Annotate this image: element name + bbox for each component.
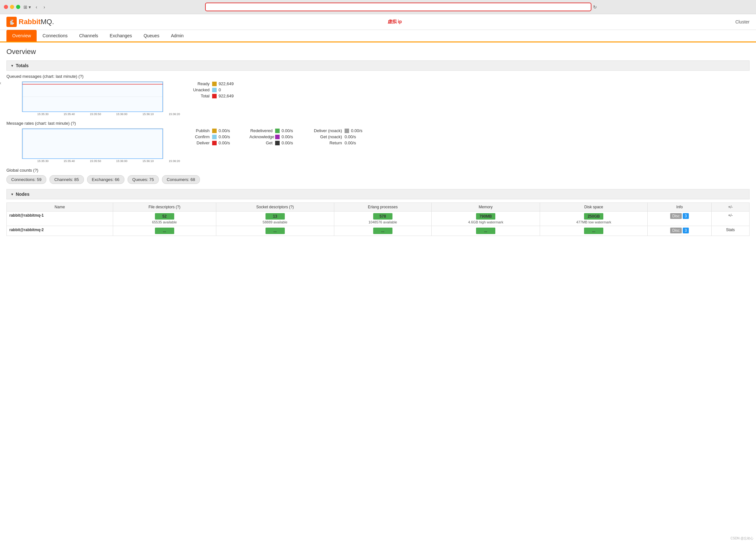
- node-file-desc-2: ...: [113, 226, 216, 236]
- rate-get-noack: Get (noack) 0.00/s: [312, 134, 370, 139]
- svg-rect-2: [23, 129, 163, 159]
- nav-item-channels[interactable]: Channels: [73, 30, 104, 41]
- total-color: [212, 94, 217, 98]
- count-connections[interactable]: Connections: 59: [6, 175, 46, 184]
- nav-bar: Overview Connections Channels Exchanges …: [0, 30, 756, 42]
- erlang-bar-2: ...: [373, 228, 392, 234]
- num-badge-1: 3: [683, 213, 689, 219]
- col-info: Info: [648, 203, 711, 212]
- rate-get: Get 0.00/s: [249, 140, 307, 145]
- nav-item-queues[interactable]: Queues: [138, 30, 165, 41]
- stat-total-label: Total: [186, 94, 212, 98]
- count-exchanges[interactable]: Exchanges: 66: [87, 175, 124, 184]
- x-label-5: 15:36:10: [142, 113, 154, 116]
- minimize-icon[interactable]: [10, 5, 14, 9]
- totals-section-header[interactable]: ▼ Totals: [6, 60, 750, 71]
- socket-desc-bar-1: 13: [265, 213, 285, 220]
- reload-button[interactable]: ↻: [593, 3, 597, 11]
- rate-get-value: 0.00/s: [282, 140, 293, 145]
- queued-messages-section: Queued messages (chart: last minute) (?)…: [6, 74, 750, 116]
- node-disk-1: 250GB 477MB low watermark: [540, 212, 647, 226]
- nav-item-admin[interactable]: Admin: [165, 30, 190, 41]
- rate-acknowledge-value: 0.00/s: [282, 134, 293, 139]
- message-rates-section: Message rates (chart: last minute) (?) 1…: [6, 121, 750, 163]
- x-label-4: 15:36:00: [116, 113, 127, 116]
- rate-return-value: 0.00/s: [345, 140, 356, 145]
- nav-item-exchanges[interactable]: Exchanges: [104, 30, 138, 41]
- nodes-section-header[interactable]: ▼ Nodes: [6, 189, 750, 199]
- node-memory-2: ...: [431, 226, 540, 236]
- totals-arrow-icon: ▼: [11, 64, 14, 68]
- back-button[interactable]: ‹: [34, 4, 39, 10]
- rates-col-3: Deliver (noack) 0.00/s Get (noack) 0.00/…: [312, 128, 370, 145]
- count-queues[interactable]: Queues: 75: [128, 175, 159, 184]
- node-pm-1[interactable]: +/-: [711, 212, 749, 226]
- rate-get-label: Get: [249, 140, 275, 145]
- rate-publish-label: Publish: [186, 128, 212, 133]
- queued-chart-wrapper: 1000k 500k 0k 15:35:30 1: [6, 81, 180, 116]
- node-name-1[interactable]: rabbit@rabbitmq-1: [7, 212, 113, 226]
- stat-total-value: 922,649: [219, 94, 234, 98]
- rate-deliver: Deliver 0.00/s: [186, 140, 244, 145]
- rate-redelivered-value: 0.00/s: [282, 128, 293, 133]
- x-label-3: 15:35:50: [90, 113, 101, 116]
- global-counts-section: Global counts (?) Connections: 59 Channe…: [6, 168, 750, 184]
- rate-redelivered-label: Redelivered: [249, 128, 275, 133]
- rates-section-wrapper: 1.0/s 0.0/s 15:35:30 15:35:40 15:35:50 1…: [6, 128, 750, 163]
- nodes-section-label: Nodes: [16, 192, 30, 197]
- col-memory: Memory: [431, 203, 540, 212]
- global-counts-title: Global counts (?): [6, 168, 750, 173]
- rate-publish-value: 0.00/s: [219, 128, 230, 133]
- memory-bar-1: 790MB: [476, 213, 495, 220]
- stat-unacked-value: 0: [219, 87, 221, 92]
- y-label-0k: 0k: [0, 112, 1, 115]
- nav-item-connections[interactable]: Connections: [37, 30, 73, 41]
- rx-label-4: 15:36:00: [116, 159, 127, 163]
- counts-row: Connections: 59 Channels: 85 Exchanges: …: [6, 175, 750, 184]
- rx-label-3: 15:35:50: [90, 159, 101, 163]
- file-desc-bar-2: ...: [155, 228, 174, 234]
- rate-redelivered: Redelivered 0.00/s: [249, 128, 307, 133]
- address-bar[interactable]: 172.22.40.1:35672/#/: [205, 3, 591, 11]
- app-header: 🐇 RabbitMQ. 虚拟 ip Cluster: [0, 14, 756, 30]
- rate-publish: Publish 0.00/s: [186, 128, 244, 133]
- count-channels[interactable]: Channels: 85: [49, 175, 84, 184]
- col-plusminus: +/-: [711, 203, 749, 212]
- table-row: rabbit@rabbitmq-1 52 65535 available 13 …: [7, 212, 750, 226]
- get-color: [275, 141, 280, 145]
- rate-confirm: Confirm 0.00/s: [186, 134, 244, 139]
- nav-item-overview[interactable]: Overview: [6, 30, 37, 41]
- node-info-1: Disc 3: [648, 212, 711, 226]
- cluster-label: Cluster: [735, 19, 750, 24]
- memory-detail-1: 4.6GB high watermark: [434, 220, 537, 224]
- rate-return-label: Return: [312, 140, 345, 145]
- sidebar-toggle-button[interactable]: ⊞ ▾: [23, 5, 31, 10]
- logo-highlight: Rabbit: [19, 18, 41, 26]
- node-name-2[interactable]: rabbit@rabbitmq-2: [7, 226, 113, 236]
- node-pm-2[interactable]: Stats: [711, 226, 749, 236]
- rate-confirm-label: Confirm: [186, 134, 212, 139]
- publish-color: [212, 129, 217, 133]
- maximize-icon[interactable]: [16, 5, 20, 9]
- stat-ready-value: 922,649: [219, 81, 234, 86]
- col-disk: Disk space: [540, 203, 647, 212]
- rx-label-2: 15:35:40: [64, 159, 75, 163]
- rate-deliver-noack: Deliver (noack) 0.00/s: [312, 128, 370, 133]
- totals-section-label: Totals: [16, 63, 29, 68]
- rate-confirm-value: 0.00/s: [219, 134, 230, 139]
- browser-chrome: ⊞ ▾ ‹ › 172.22.40.1:35672/#/ ↻: [0, 0, 756, 14]
- virtual-ip-label: 虚拟 ip: [388, 19, 402, 25]
- x-label-1: 15:35:30: [37, 113, 49, 116]
- rx-label-6: 15:36:20: [169, 159, 180, 163]
- close-icon[interactable]: [4, 5, 8, 9]
- file-desc-bar-1: 52: [155, 213, 174, 220]
- svg-rect-1: [23, 82, 163, 112]
- disk-detail-1: 477MB low watermark: [543, 220, 645, 224]
- col-erlang: Erlang processes: [334, 203, 431, 212]
- forward-button[interactable]: ›: [42, 4, 47, 10]
- node-memory-1: 790MB 4.6GB high watermark: [431, 212, 540, 226]
- queued-x-labels: 15:35:30 15:35:40 15:35:50 15:36:00 15:3…: [22, 113, 180, 116]
- disk-bar-1: 250GB: [584, 213, 603, 220]
- acknowledge-color: [275, 135, 280, 139]
- count-consumers[interactable]: Consumers: 68: [162, 175, 200, 184]
